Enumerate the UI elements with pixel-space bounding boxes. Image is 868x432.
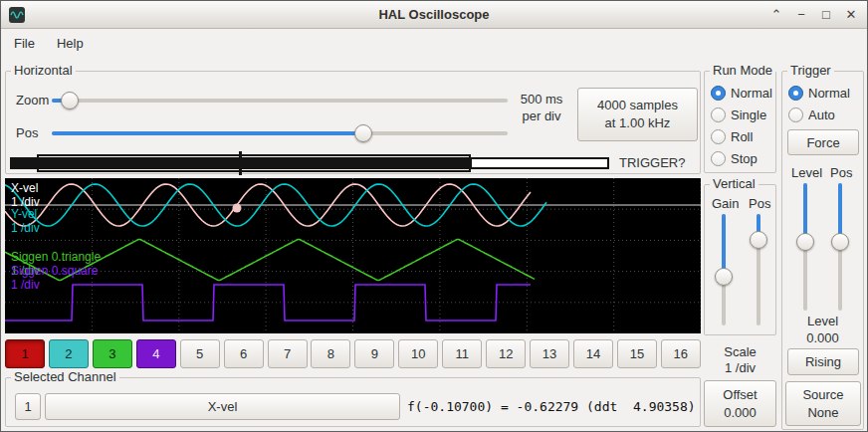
scope-channel-label-2: Siggen 0.triangle	[11, 250, 101, 264]
scope-svg	[5, 178, 701, 333]
zoom-slider-trough	[52, 99, 508, 103]
vertical-pos-slider-handle[interactable]	[750, 231, 767, 249]
radio-label: Normal	[808, 86, 850, 101]
trigger-position-marker[interactable]	[239, 151, 242, 175]
trigger-level-slider[interactable]	[795, 183, 815, 311]
pos-slider[interactable]	[52, 123, 508, 143]
scope-channel-label-3: Siggen 0.square	[11, 264, 98, 278]
trigger-pos-slider-label: Pos	[830, 165, 852, 180]
source-label: Source	[802, 386, 843, 404]
runmode-radio-stop[interactable]: Stop	[711, 150, 758, 167]
trigger-level-label: Level	[782, 314, 863, 328]
radio-icon	[711, 108, 726, 122]
time-per-div-line1: 500 ms	[510, 91, 573, 108]
radio-icon	[788, 108, 803, 122]
shade-button[interactable]: ⌃	[768, 7, 784, 23]
maximize-button[interactable]: □	[818, 7, 834, 23]
radio-icon	[711, 151, 726, 166]
channel-button-2[interactable]: 2	[49, 339, 89, 368]
horizontal-panel-label: Horizontal	[11, 63, 76, 78]
offset-label: Offset	[723, 386, 757, 404]
trigger-level-slider-handle[interactable]	[796, 233, 814, 251]
window-title: HAL Oscilloscope	[1, 7, 867, 22]
channel-button-9[interactable]: 9	[354, 339, 394, 368]
zoom-label: Zoom	[16, 93, 49, 108]
capture-timeline[interactable]	[10, 151, 609, 175]
timeline-visible-window[interactable]	[37, 154, 471, 172]
selected-channel-panel: Selected Channel 1 X-vel f(-0.10700) = -…	[5, 377, 701, 427]
channel-buttons: 12345678910111213141516	[5, 339, 701, 368]
channel-button-13[interactable]: 13	[530, 339, 569, 368]
run-mode-panel: Run Mode Normal Single Roll Stop	[704, 71, 776, 173]
radio-label: Roll	[731, 129, 753, 144]
scope-channel-scale-1: 1 /div	[11, 221, 40, 235]
samples-line2: at 1.00 kHz	[605, 114, 671, 132]
vertical-pos-slider-label: Pos	[749, 196, 770, 211]
runmode-radio-single[interactable]: Single	[711, 107, 766, 123]
trigger-level-value: 0.000	[782, 330, 863, 345]
menubar: File Help	[1, 30, 867, 57]
source-value: None	[807, 404, 838, 422]
channel-button-5[interactable]: 5	[180, 339, 220, 368]
scope-channel-label-0: X-vel	[11, 181, 38, 195]
scope-channel-scale-3: 1 /div	[11, 278, 40, 292]
zoom-slider[interactable]	[52, 91, 508, 110]
pos-slider-fill	[52, 131, 363, 135]
force-button[interactable]: Force	[787, 129, 859, 155]
channel-name-button[interactable]: X-vel	[45, 393, 400, 420]
source-button[interactable]: Source None	[785, 381, 861, 426]
radio-label: Auto	[808, 108, 835, 122]
channel-button-14[interactable]: 14	[573, 339, 613, 368]
channel-button-12[interactable]: 12	[486, 339, 526, 368]
zoom-slider-handle[interactable]	[61, 92, 79, 109]
channel-button-1[interactable]: 1	[5, 339, 45, 368]
scale-value: 1 /div	[704, 360, 776, 375]
gain-slider-handle[interactable]	[715, 268, 733, 286]
trigger-panel-label: Trigger	[787, 63, 834, 78]
channel-number-button[interactable]: 1	[15, 393, 41, 420]
rising-button[interactable]: Rising	[787, 348, 859, 375]
time-per-div: 500 ms per div	[510, 91, 573, 124]
channel-button-7[interactable]: 7	[268, 339, 308, 368]
pos-label: Pos	[16, 125, 38, 140]
vertical-panel: Vertical Gain Pos	[704, 184, 776, 335]
menu-file[interactable]: File	[9, 33, 40, 54]
samples-info-button[interactable]: 4000 samples at 1.00 kHz	[577, 88, 698, 141]
close-button[interactable]: ✕	[843, 7, 859, 23]
trigger-pos-slider[interactable]	[830, 183, 850, 311]
run-mode-panel-label: Run Mode	[710, 63, 775, 78]
scope-channel-label-1: Y-vel	[11, 207, 37, 221]
channel-button-16[interactable]: 16	[661, 339, 701, 368]
trigger-radio-auto[interactable]: Auto	[788, 107, 835, 123]
channel-button-8[interactable]: 8	[311, 339, 350, 368]
menu-help[interactable]: Help	[52, 33, 89, 54]
trigger-pos-slider-handle[interactable]	[831, 233, 849, 251]
horizontal-panel: Horizontal Zoom Pos 500 ms per div 4000 …	[5, 71, 701, 174]
titlebar[interactable]: HAL Oscilloscope ⌃ − □ ✕	[1, 1, 867, 29]
time-per-div-line2: per div	[510, 108, 573, 124]
scope-display[interactable]: X-vel1 /divY-vel1 /divSiggen 0.triangle1…	[5, 178, 701, 333]
runmode-radio-normal[interactable]: Normal	[711, 85, 772, 102]
channel-button-10[interactable]: 10	[398, 339, 438, 368]
minimize-button[interactable]: −	[793, 7, 809, 23]
radio-icon	[711, 86, 726, 101]
offset-box[interactable]: Offset 0.000	[704, 380, 776, 427]
trigger-radio-normal[interactable]: Normal	[788, 85, 850, 102]
runmode-radio-roll[interactable]: Roll	[711, 128, 753, 145]
channel-button-15[interactable]: 15	[617, 339, 657, 368]
trigger-panel: Trigger Normal Auto Force Level Pos Leve…	[781, 71, 864, 430]
channel-button-11[interactable]: 11	[442, 339, 482, 368]
channel-button-6[interactable]: 6	[224, 339, 264, 368]
app-window: HAL Oscilloscope ⌃ − □ ✕ File Help Horiz…	[0, 0, 868, 432]
gain-slider[interactable]	[714, 214, 734, 325]
channel-button-4[interactable]: 4	[136, 339, 176, 368]
vertical-pos-slider[interactable]	[749, 214, 768, 325]
trigger-level-slider-label: Level	[791, 165, 822, 180]
trigger-question-label: TRIGGER?	[619, 155, 685, 170]
radio-label: Single	[731, 108, 766, 122]
pos-slider-handle[interactable]	[354, 124, 372, 142]
selected-channel-panel-label: Selected Channel	[11, 369, 119, 384]
channel-button-3[interactable]: 3	[93, 339, 132, 368]
vertical-panel-label: Vertical	[710, 176, 759, 191]
samples-line1: 4000 samples	[597, 97, 678, 114]
